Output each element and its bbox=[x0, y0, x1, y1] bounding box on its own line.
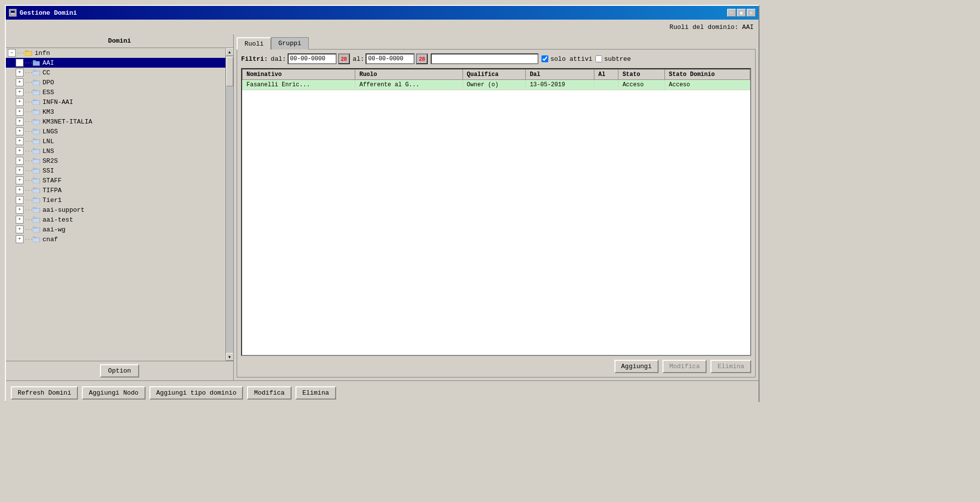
tree-scroll[interactable]: − ··· infn + ··· bbox=[6, 48, 225, 361]
cell-nominativo: Fasanelli Enric... bbox=[243, 80, 355, 90]
elimina-button[interactable]: Elimina bbox=[710, 360, 751, 373]
elimina-bottom-button[interactable]: Elimina bbox=[295, 386, 336, 400]
expander-aai-support[interactable]: + bbox=[16, 206, 24, 214]
filter-text-input[interactable] bbox=[431, 53, 539, 64]
svg-rect-4 bbox=[33, 71, 40, 75]
expander-dpo[interactable]: + bbox=[16, 78, 24, 86]
tree-item-lns[interactable]: + ··· LNS bbox=[6, 146, 225, 156]
modifica-bottom-button[interactable]: Modifica bbox=[247, 386, 291, 400]
folder-icon-cc bbox=[33, 70, 41, 75]
svg-rect-20 bbox=[33, 228, 40, 232]
svg-rect-10 bbox=[33, 130, 40, 134]
close-button[interactable]: ✕ bbox=[747, 9, 756, 17]
tree-item-sr2s[interactable]: + ··· SR2S bbox=[6, 156, 225, 166]
tree-item-label: DPO bbox=[43, 79, 54, 86]
tree-item-cc[interactable]: + ··· CC bbox=[6, 68, 225, 77]
cell-ruolo: Afferente al G... bbox=[355, 80, 463, 90]
expander-lnl[interactable]: + bbox=[16, 137, 24, 145]
aggiungi-nodo-button[interactable]: Aggiungi Nodo bbox=[82, 386, 145, 400]
expander-ssi[interactable]: + bbox=[16, 167, 24, 175]
aggiungi-button[interactable]: Aggiungi bbox=[614, 360, 659, 373]
tree-item-lngs[interactable]: + ··· LNGS bbox=[6, 126, 225, 136]
folder-icon-km3net-italia bbox=[33, 119, 41, 125]
expander-staff[interactable]: + bbox=[16, 176, 24, 184]
tree-item-label: Tier1 bbox=[43, 197, 62, 204]
col-stato: Stato bbox=[618, 70, 665, 80]
svg-rect-8 bbox=[33, 110, 40, 115]
tree-item-label: INFN-AAI bbox=[43, 99, 73, 106]
tree-item-label: ESS bbox=[43, 89, 54, 96]
expander-aai-test[interactable]: + bbox=[16, 216, 24, 224]
svg-rect-19 bbox=[33, 218, 40, 223]
expander-lns[interactable]: + bbox=[16, 147, 24, 155]
folder-icon-aai-wg bbox=[33, 226, 41, 232]
modifica-button[interactable]: Modifica bbox=[662, 360, 707, 373]
expander-infn-aai[interactable]: + bbox=[16, 98, 24, 106]
folder-icon-lngs bbox=[33, 128, 41, 134]
domain-label: Ruoli del dominio: AAI bbox=[669, 24, 754, 31]
scroll-up-btn[interactable]: ▲ bbox=[226, 48, 234, 56]
al-input[interactable] bbox=[366, 53, 415, 64]
svg-rect-5 bbox=[33, 81, 40, 85]
tree-item-aai-support[interactable]: + ··· aai-support bbox=[6, 205, 225, 215]
cell-stato-dominio: Acceso bbox=[665, 80, 750, 90]
tree-item-cnaf[interactable]: + ··· cnaf bbox=[6, 234, 225, 244]
expander-tifpa[interactable]: + bbox=[16, 186, 24, 194]
refresh-button[interactable]: Refresh Domini bbox=[11, 386, 78, 400]
tree-item-ssi[interactable]: + ··· SSI bbox=[6, 166, 225, 176]
expander-aai[interactable]: + bbox=[16, 59, 24, 67]
svg-rect-14 bbox=[33, 169, 40, 174]
subtree-label[interactable]: subtree bbox=[604, 55, 631, 63]
aggiungi-tipo-button[interactable]: Aggiungi tipo dominio bbox=[149, 386, 244, 400]
expander-cc[interactable]: + bbox=[16, 69, 24, 76]
tree-item-km3net-italia[interactable]: + ··· KM3NET-ITALIA bbox=[6, 117, 225, 126]
folder-icon-aai-support bbox=[33, 207, 41, 213]
tree-container: − ··· infn + ··· bbox=[6, 48, 233, 361]
subtree-checkbox[interactable] bbox=[595, 55, 602, 62]
tab-gruppi[interactable]: Gruppi bbox=[271, 37, 309, 50]
tree-item-lnl[interactable]: + ··· LNL bbox=[6, 136, 225, 146]
scroll-down-btn[interactable]: ▼ bbox=[226, 353, 234, 361]
solo-attivi-checkbox[interactable] bbox=[541, 55, 548, 62]
dal-input[interactable] bbox=[288, 53, 337, 64]
folder-icon-lnl bbox=[33, 138, 41, 144]
expander-sr2s[interactable]: + bbox=[16, 157, 24, 165]
tree-item-aai[interactable]: + ··· AAI bbox=[6, 58, 225, 68]
tree-item-infn-aai[interactable]: + ··· INFN-AAI bbox=[6, 97, 225, 107]
cell-dal: 13-05-2019 bbox=[526, 80, 594, 90]
tree-item-aai-test[interactable]: + ··· aai-test bbox=[6, 215, 225, 225]
left-panel-footer: Option bbox=[6, 361, 233, 380]
expander-infn[interactable]: − bbox=[8, 49, 16, 57]
tree-item-label: SR2S bbox=[43, 157, 58, 165]
folder-icon-tier1 bbox=[33, 197, 41, 203]
roles-table: Nominativo Ruolo Qualifica Dal Al Stato … bbox=[242, 69, 750, 90]
tree-item-tifpa[interactable]: + ··· TIFPA bbox=[6, 185, 225, 195]
svg-rect-13 bbox=[33, 159, 40, 164]
tab-ruoli[interactable]: Ruoli bbox=[237, 37, 271, 50]
restore-button[interactable]: ▣ bbox=[737, 9, 746, 17]
table-container: Nominativo Ruolo Qualifica Dal Al Stato … bbox=[241, 68, 751, 356]
expander-km3net-italia[interactable]: + bbox=[16, 118, 24, 126]
expander-cnaf[interactable]: + bbox=[16, 235, 24, 243]
folder-icon-dpo bbox=[33, 79, 41, 85]
tree-item-dpo[interactable]: + ··· DPO bbox=[6, 77, 225, 87]
expander-ess[interactable]: + bbox=[16, 88, 24, 96]
tree-item-staff[interactable]: + ··· STAFF bbox=[6, 176, 225, 185]
tree-item-tier1[interactable]: + ··· Tier1 bbox=[6, 195, 225, 205]
right-panel: Ruoli Gruppi Filtri: dal: 28 bbox=[234, 34, 759, 380]
al-calendar-btn[interactable]: 28 bbox=[416, 53, 428, 64]
tree-item-km3[interactable]: + ··· KM3 bbox=[6, 107, 225, 117]
minimize-button[interactable]: ― bbox=[727, 9, 736, 17]
expander-aai-wg[interactable]: + bbox=[16, 226, 24, 233]
expander-lngs[interactable]: + bbox=[16, 127, 24, 135]
option-button[interactable]: Option bbox=[100, 364, 139, 377]
expander-km3[interactable]: + bbox=[16, 108, 24, 116]
solo-attivi-label[interactable]: solo attivi bbox=[550, 55, 592, 63]
scrollbar-thumb[interactable] bbox=[226, 57, 233, 86]
tree-root-infn[interactable]: − ··· infn bbox=[6, 48, 225, 58]
tree-item-aai-wg[interactable]: + ··· aai-wg bbox=[6, 225, 225, 234]
table-row[interactable]: Fasanelli Enric... Afferente al G... Own… bbox=[243, 80, 750, 90]
dal-calendar-btn[interactable]: 28 bbox=[338, 53, 350, 64]
tree-item-ess[interactable]: + ··· ESS bbox=[6, 87, 225, 97]
expander-tier1[interactable]: + bbox=[16, 196, 24, 204]
